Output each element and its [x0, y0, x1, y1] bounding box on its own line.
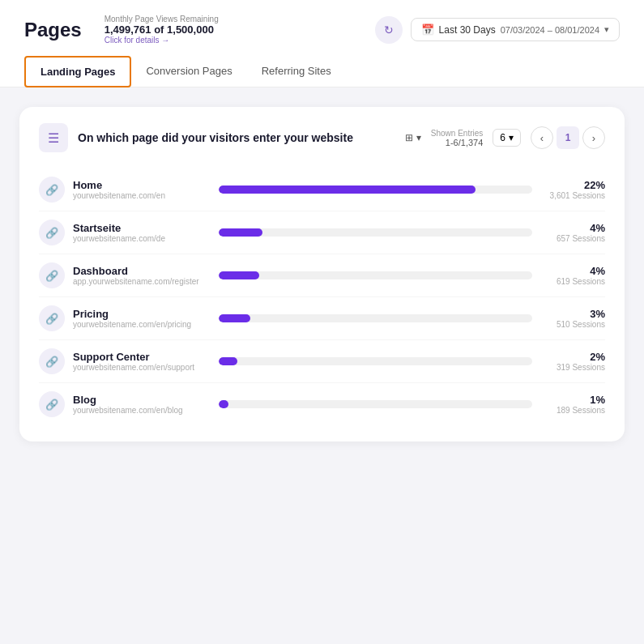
refresh-icon: ↻: [384, 23, 394, 36]
row-link-icon: 🔗: [39, 220, 65, 245]
bar-container: [219, 228, 532, 237]
bar-container: [219, 314, 532, 322]
filter-icon: ⊞: [405, 132, 413, 143]
header-left: Pages Monthly Page Views Remaining 1,499…: [24, 15, 219, 45]
header-top: Pages Monthly Page Views Remaining 1,499…: [24, 15, 620, 45]
table-row: 🔗 Home yourwebsitename.com/en 22% 3,601 …: [39, 168, 605, 211]
main-content: ☰ On which page did your visitors enter …: [0, 87, 644, 461]
bar-container: [219, 186, 532, 194]
bar-fill: [219, 400, 228, 408]
bar-fill: [219, 314, 250, 322]
filter-button[interactable]: ⊞ ▾: [405, 132, 421, 143]
date-range-label: Last 30 Days: [439, 24, 496, 36]
header: Pages Monthly Page Views Remaining 1,499…: [0, 0, 644, 87]
date-range-button[interactable]: 📅 Last 30 Days 07/03/2024 – 08/01/2024 ▾: [411, 18, 620, 41]
tab-referring-sites[interactable]: Referring Sites: [247, 56, 346, 87]
bar-container: [219, 271, 532, 279]
row-link-icon: 🔗: [39, 305, 65, 331]
refresh-button[interactable]: ↻: [375, 16, 403, 44]
card-icon: ☰: [39, 123, 68, 152]
click-details-link[interactable]: Click for details →: [104, 36, 219, 45]
calendar-icon: 📅: [421, 23, 434, 36]
page-views-count: 1,499,761 of 1,500,000: [104, 23, 219, 36]
row-url: yourwebsitename.com/de: [73, 234, 211, 243]
row-percent: 4%: [540, 265, 605, 277]
row-url: yourwebsitename.com/en/blog: [73, 406, 211, 415]
tab-landing-pages[interactable]: Landing Pages: [24, 56, 131, 87]
bar-container: [219, 357, 532, 365]
header-right: ↻ 📅 Last 30 Days 07/03/2024 – 08/01/2024…: [375, 16, 620, 44]
entries-range: 1-6/1,374: [446, 138, 483, 147]
row-sessions: 510 Sessions: [540, 320, 605, 329]
table-row: 🔗 Dashboard app.yourwebsitename.com/regi…: [39, 254, 605, 297]
row-url: app.yourwebsitename.com/register: [73, 277, 211, 286]
row-link-icon: 🔗: [39, 177, 65, 203]
row-link-icon: 🔗: [39, 262, 65, 288]
row-link-icon: 🔗: [39, 391, 65, 417]
row-sessions: 319 Sessions: [540, 363, 605, 372]
row-percent: 22%: [540, 179, 605, 191]
bar-fill: [219, 228, 262, 237]
next-page-button[interactable]: ›: [582, 126, 605, 149]
date-range-dates: 07/03/2024 – 08/01/2024: [501, 25, 599, 35]
row-url: yourwebsitename.com/en: [73, 191, 211, 200]
entries-select[interactable]: 6 ▾: [493, 129, 521, 147]
table-row: 🔗 Startseite yourwebsitename.com/de 4% 6…: [39, 211, 605, 254]
row-name: Dashboard: [73, 265, 211, 277]
row-percent: 3%: [540, 308, 605, 320]
row-info: Pricing yourwebsitename.com/en/pricing: [73, 308, 211, 329]
card-header-left: ☰ On which page did your visitors enter …: [39, 123, 353, 152]
row-percent: 4%: [540, 222, 605, 234]
row-info: Blog yourwebsitename.com/en/blog: [73, 394, 211, 415]
filter-chevron: ▾: [416, 132, 421, 143]
entries-label: Shown Entries: [431, 129, 483, 138]
table-row: 🔗 Support Center yourwebsitename.com/en/…: [39, 340, 605, 383]
pagination: ‹ 1 ›: [531, 126, 605, 149]
row-url: yourwebsitename.com/en/support: [73, 363, 211, 372]
table-row: 🔗 Pricing yourwebsitename.com/en/pricing…: [39, 297, 605, 340]
row-sessions: 619 Sessions: [540, 277, 605, 286]
row-name: Startseite: [73, 222, 211, 234]
bar-fill: [219, 357, 237, 365]
list-icon: ☰: [48, 130, 59, 146]
page-title: Pages: [24, 19, 82, 41]
row-name: Support Center: [73, 351, 211, 363]
entries-value: 6: [500, 132, 505, 143]
row-sessions: 189 Sessions: [540, 406, 605, 415]
row-percent: 2%: [540, 351, 605, 363]
row-url: yourwebsitename.com/en/pricing: [73, 320, 211, 329]
row-name: Blog: [73, 394, 211, 406]
tabs: Landing Pages Conversion Pages Referring…: [24, 56, 620, 87]
row-stats: 4% 657 Sessions: [540, 222, 605, 243]
row-info: Dashboard app.yourwebsitename.com/regist…: [73, 265, 211, 286]
row-stats: 3% 510 Sessions: [540, 308, 605, 329]
row-info: Support Center yourwebsitename.com/en/su…: [73, 351, 211, 372]
row-stats: 1% 189 Sessions: [540, 394, 605, 415]
shown-entries: Shown Entries 1-6/1,374: [431, 129, 483, 147]
entries-chevron: ▾: [509, 132, 514, 143]
prev-page-button[interactable]: ‹: [531, 126, 553, 149]
row-sessions: 657 Sessions: [540, 234, 605, 243]
chevron-down-icon: ▾: [604, 24, 609, 35]
row-sessions: 3,601 Sessions: [540, 191, 605, 200]
data-rows: 🔗 Home yourwebsitename.com/en 22% 3,601 …: [39, 168, 605, 425]
current-page: 1: [557, 126, 579, 149]
row-stats: 22% 3,601 Sessions: [540, 179, 605, 200]
card-title: On which page did your visitors enter yo…: [78, 131, 353, 144]
row-name: Pricing: [73, 308, 211, 320]
bar-fill: [219, 186, 476, 194]
page-views-info: Monthly Page Views Remaining 1,499,761 o…: [104, 15, 219, 45]
card-header-right: ⊞ ▾ Shown Entries 1-6/1,374 6 ▾ ‹ 1 ›: [405, 126, 605, 149]
row-info: Startseite yourwebsitename.com/de: [73, 222, 211, 243]
page-wrapper: Pages Monthly Page Views Remaining 1,499…: [0, 0, 644, 644]
page-views-label: Monthly Page Views Remaining: [104, 15, 219, 23]
row-link-icon: 🔗: [39, 348, 65, 374]
row-info: Home yourwebsitename.com/en: [73, 179, 211, 200]
table-row: 🔗 Blog yourwebsitename.com/en/blog 1% 18…: [39, 383, 605, 425]
data-card: ☰ On which page did your visitors enter …: [19, 107, 625, 441]
tab-conversion-pages[interactable]: Conversion Pages: [131, 56, 246, 87]
row-percent: 1%: [540, 394, 605, 406]
card-header: ☰ On which page did your visitors enter …: [39, 123, 605, 152]
row-name: Home: [73, 179, 211, 191]
row-stats: 4% 619 Sessions: [540, 265, 605, 286]
